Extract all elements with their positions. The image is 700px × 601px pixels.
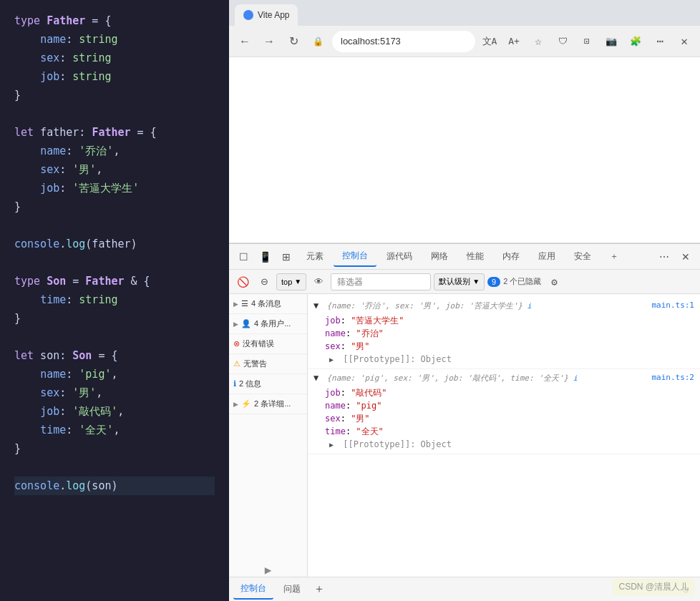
browser-toolbar: ← → ↻ 🔒 文A A+ ☆ 🛡 ⊡ 📷 🧩 ⋯ ✕ <box>229 26 700 57</box>
block-button[interactable]: ⊖ <box>255 273 273 291</box>
devtools-close-button[interactable]: ✕ <box>676 247 696 267</box>
source-link-1[interactable]: main.ts:1 <box>651 299 694 312</box>
expand-toggle-2[interactable]: ▼ <box>313 373 319 383</box>
extensions-icon[interactable]: 🧩 <box>626 31 646 52</box>
sidebar-item-all[interactable]: ▶ ☰ 4 条消息 <box>229 294 307 314</box>
code-line: sex: string <box>14 49 215 67</box>
code-line: time: string <box>14 290 215 309</box>
devtools-body: ▶ ☰ 4 条消息 ▶ 👤 4 条用户... ⊗ 没有错误 ⚠ 无警告 <box>229 294 700 577</box>
entry-preview-1: {name: '乔治', sex: '男', job: '苦逼大学生'} i <box>326 301 531 311</box>
more-icon[interactable]: ⋯ <box>650 31 670 52</box>
sidebar-verbose-label: 2 条详细... <box>254 399 291 409</box>
code-line: let son: Son = { <box>14 346 215 365</box>
tab-add[interactable]: ＋ <box>601 247 627 267</box>
watermark: CSDN @清晨人儿 <box>613 579 694 595</box>
sidebar-messages-icon: ☰ <box>241 299 248 308</box>
code-line <box>14 458 215 477</box>
code-line: name: 'pig', <box>14 365 215 383</box>
proto-expand-2[interactable]: ▶ <box>325 439 338 451</box>
prop-sex-1: sex: "男" <box>313 340 694 353</box>
top-chevron: ▼ <box>294 278 301 285</box>
settings-button[interactable]: ⚙ <box>544 272 564 292</box>
prop-name-2: name: "pig" <box>313 399 694 412</box>
back-button[interactable]: ← <box>235 31 255 52</box>
prop-proto-2: ▶ [[Prototype]]: Object <box>313 438 694 451</box>
sidebar-item-error[interactable]: ⊗ 没有错误 <box>229 334 307 354</box>
error-icon: ⊗ <box>233 339 240 348</box>
tab-memory[interactable]: 内存 <box>494 247 528 267</box>
code-line <box>14 328 215 346</box>
tab-source[interactable]: 源代码 <box>378 247 421 267</box>
expand-toggle-1[interactable]: ▼ <box>313 300 319 311</box>
tab-console[interactable]: 控制台 <box>334 247 376 267</box>
screenshot-icon[interactable]: 📷 <box>601 31 621 52</box>
browser-panel: Vite App ← → ↻ 🔒 文A A+ ☆ 🛡 ⊡ 📷 🧩 ⋯ ✕ ☐ 📱… <box>229 0 700 601</box>
address-bar[interactable] <box>332 31 475 52</box>
prop-job-2: job: "敲代码" <box>313 386 694 399</box>
console-entry-son: main.ts:2 ▼ {name: 'pig', sex: '男', job:… <box>308 369 700 454</box>
tab-title: Vite App <box>258 10 289 20</box>
tab-performance[interactable]: 性能 <box>458 247 492 267</box>
code-line: job: '敲代码', <box>14 402 215 421</box>
bookmark-icon[interactable]: ☆ <box>528 31 548 52</box>
eye-button[interactable]: 👁 <box>309 273 328 291</box>
browser-tabs: Vite App <box>229 0 700 26</box>
refresh-button[interactable]: ↻ <box>283 31 303 52</box>
top-label: top <box>281 278 292 286</box>
filter-input[interactable] <box>331 273 431 290</box>
copy-icon[interactable]: ⊡ <box>577 31 597 52</box>
expanded-props-2: job: "敲代码" name: "pig" sex: "男" time: "全… <box>313 386 694 451</box>
code-line: let father: Father = { <box>14 123 215 142</box>
sidebar-item-info[interactable]: ℹ 2 信息 <box>229 374 307 394</box>
code-line: sex: '男', <box>14 160 215 179</box>
devtools-layout-button[interactable]: ⊞ <box>276 247 296 267</box>
sidebar-item-warn[interactable]: ⚠ 无警告 <box>229 354 307 374</box>
code-line: job: string <box>14 67 215 86</box>
code-line: } <box>14 197 215 216</box>
code-line: job: '苦逼大学生' <box>14 179 215 197</box>
proto-expand-1[interactable]: ▶ <box>325 353 338 366</box>
arrow-icon: ▶ <box>233 401 238 408</box>
code-line <box>14 216 215 235</box>
warn-icon: ⚠ <box>233 359 240 368</box>
browser-tab[interactable]: Vite App <box>235 4 298 26</box>
tab-network[interactable]: 网络 <box>422 247 457 267</box>
devtools-panel: ☐ 📱 ⊞ 元素 控制台 源代码 网络 性能 内存 应用 安全 ＋ ⋯ ✕ 🚫 … <box>229 243 700 601</box>
level-select[interactable]: top ▼ <box>276 273 306 290</box>
message-badge: 9 <box>487 277 500 287</box>
tab-security[interactable]: 安全 <box>565 247 600 267</box>
level-chevron: ▼ <box>472 278 480 285</box>
bottom-tab-console[interactable]: 控制台 <box>233 580 273 600</box>
code-line-highlight: console.log(son) <box>14 477 215 495</box>
console-entry-father: main.ts:1 ▼ {name: '乔治', sex: '男', job: … <box>308 297 700 369</box>
arrow-icon: ▶ <box>233 300 238 308</box>
tab-favicon <box>243 10 253 20</box>
level-label: 默认级别 <box>439 276 470 287</box>
zoom-icon[interactable]: A+ <box>504 31 524 52</box>
bottom-tab-issues[interactable]: 问题 <box>276 580 308 600</box>
devtools-more-button[interactable]: ⋯ <box>654 247 674 267</box>
level-dropdown[interactable]: 默认级别 ▼ <box>434 273 485 290</box>
sidebar-info-label: 2 信息 <box>239 378 261 389</box>
forward-button[interactable]: → <box>259 31 279 52</box>
clear-console-button[interactable]: 🚫 <box>233 273 252 291</box>
tab-elements[interactable]: 元素 <box>298 247 332 267</box>
sidebar-item-user[interactable]: ▶ 👤 4 条用户... <box>229 314 307 334</box>
code-line: type Father = { <box>14 11 215 30</box>
sidebar-expand-button[interactable]: ▶ <box>265 563 272 577</box>
devtools-inspect-button[interactable]: ☐ <box>233 247 253 267</box>
arrow-icon: ▶ <box>233 321 238 328</box>
devtools-device-button[interactable]: 📱 <box>255 247 275 267</box>
code-panel: type Father = { name: string sex: string… <box>0 0 229 601</box>
tab-application[interactable]: 应用 <box>530 247 564 267</box>
bottom-add-button[interactable]: ＋ <box>311 581 328 598</box>
source-link-2[interactable]: main.ts:2 <box>651 371 694 384</box>
code-line: sex: '男', <box>14 383 215 402</box>
lock-icon: 🔒 <box>308 31 328 52</box>
sidebar-item-verbose[interactable]: ▶ ⚡ 2 条详细... <box>229 394 307 414</box>
translate-icon[interactable]: 文A <box>480 31 500 52</box>
code-line <box>14 253 215 272</box>
prop-proto-1: ▶ [[Prototype]]: Object <box>313 353 694 366</box>
close-icon[interactable]: ✕ <box>674 31 694 52</box>
shield-icon[interactable]: 🛡 <box>553 31 573 52</box>
